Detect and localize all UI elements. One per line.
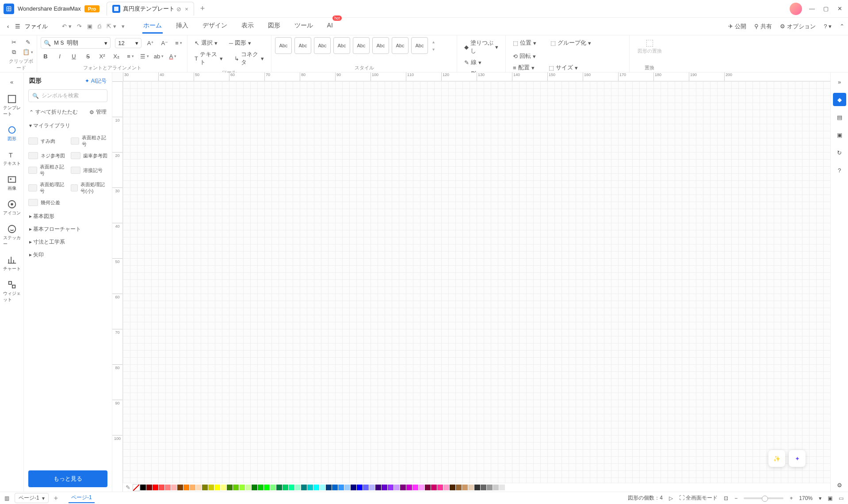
zoom-fit-button[interactable]: ⊡ [724, 495, 728, 501]
paste-button[interactable]: 📋 [23, 47, 33, 57]
collapse-rail-button[interactable]: « [7, 75, 17, 89]
collapse-ribbon-button[interactable]: ⌃ [840, 23, 844, 30]
size-button[interactable]: ⬚ サイズ ▾ [545, 62, 581, 73]
color-swatch[interactable] [146, 485, 152, 490]
copy-button[interactable]: ⧉ [9, 47, 19, 57]
color-swatch[interactable] [493, 485, 499, 490]
no-fill-swatch[interactable] [133, 484, 140, 491]
color-swatch[interactable] [283, 485, 288, 490]
color-swatch[interactable] [295, 485, 301, 490]
color-swatch[interactable] [437, 485, 443, 490]
color-swatch[interactable] [276, 485, 282, 490]
color-swatch[interactable] [487, 485, 493, 490]
color-swatch[interactable] [363, 485, 369, 490]
section-dimension[interactable]: ▸ 寸法と工学系 [27, 236, 108, 248]
color-swatch[interactable] [450, 485, 455, 490]
color-swatch[interactable] [326, 485, 332, 490]
rail-item-icon[interactable]: アイコン [2, 197, 22, 219]
hamburger-icon[interactable]: ☰ [12, 21, 23, 31]
maximize-button[interactable]: ▢ [823, 5, 830, 12]
canvas[interactable]: ０．１ Ø 30 mm [123, 81, 830, 483]
color-swatch[interactable] [140, 485, 146, 490]
color-swatch[interactable] [196, 485, 202, 490]
presentation-button[interactable]: ▷ [669, 495, 673, 501]
fit-page-button[interactable]: ▣ [828, 495, 833, 501]
style-scroll-up[interactable]: ▴ [432, 39, 435, 44]
ai-symbol-link[interactable]: ✦ AI記号 [85, 77, 107, 85]
properties-panel-button[interactable]: ▤ [833, 111, 846, 124]
color-swatch[interactable] [431, 485, 437, 490]
eyedropper-icon[interactable]: ✎ [126, 484, 130, 491]
color-swatch[interactable] [456, 485, 462, 490]
settings-button[interactable]: ⚙ [833, 478, 846, 492]
cut-button[interactable]: ✂ [9, 37, 19, 47]
color-swatch[interactable] [481, 485, 486, 490]
page-select[interactable]: ページ-1▾ [15, 493, 49, 503]
color-swatch[interactable] [202, 485, 208, 490]
color-swatch[interactable] [338, 485, 344, 490]
line-spacing-button[interactable]: ≡ [174, 38, 183, 48]
page-tab[interactable]: ページ-1 [69, 493, 95, 503]
style-preset[interactable]: Abc [333, 37, 350, 54]
tab-tool[interactable]: ツール [294, 19, 314, 34]
lib-item[interactable]: 歯車参考図 [70, 151, 109, 160]
add-page-button[interactable]: + [54, 494, 58, 502]
color-swatch[interactable] [413, 485, 418, 490]
lib-item[interactable]: 表面処理記号(小) [70, 180, 109, 196]
undo-button[interactable]: ↶ ▾ [62, 23, 72, 30]
share-button[interactable]: ⚲ 共有 [754, 23, 772, 31]
color-swatch[interactable] [351, 485, 356, 490]
subscript-button[interactable]: X₂ [111, 51, 121, 61]
fullscreen-button[interactable]: ⛶ 全画面モード [679, 494, 718, 502]
color-swatch[interactable] [177, 485, 183, 490]
color-swatch[interactable] [474, 485, 480, 490]
section-basic-flowchart[interactable]: ▸ 基本フローチャート [27, 223, 108, 236]
bullets-button[interactable]: ☰ [140, 51, 149, 61]
style-preset[interactable]: Abc [294, 37, 311, 54]
color-swatch[interactable] [406, 485, 412, 490]
style-preset[interactable]: Abc [353, 37, 370, 54]
section-basic-shape[interactable]: ▸ 基本図形 [27, 210, 108, 223]
lib-item[interactable]: 表面処理記号 [27, 180, 66, 196]
italic-button[interactable]: I [55, 51, 65, 61]
export-button[interactable]: ⇱ ▾ [107, 23, 116, 30]
replace-shape-icon[interactable]: ⬚ [633, 37, 666, 48]
line-style-button[interactable]: ✎ 線 ▾ [461, 57, 502, 68]
color-swatch[interactable] [388, 485, 393, 490]
redo-button[interactable]: ↷ [77, 23, 82, 30]
select-tool-button[interactable]: ↖ 選択 ▾ [191, 37, 221, 49]
fit-width-button[interactable]: ▭ [839, 495, 844, 501]
ai-magic-button[interactable]: ✨ [768, 450, 785, 467]
tab-shape[interactable]: 図形 [267, 19, 281, 34]
color-swatch[interactable] [400, 485, 406, 490]
align-button[interactable]: ≡ [126, 51, 135, 61]
color-swatch[interactable] [245, 485, 251, 490]
save-button[interactable]: ▣ [87, 23, 92, 30]
color-swatch[interactable] [289, 485, 294, 490]
color-swatch[interactable] [382, 485, 387, 490]
tab-design[interactable]: デザイン [202, 19, 228, 34]
manage-button[interactable]: ⚙ 管理 [89, 108, 107, 116]
color-swatch[interactable] [258, 485, 264, 490]
style-preset[interactable]: Abc [275, 37, 292, 54]
color-swatch[interactable] [443, 485, 449, 490]
history-panel-button[interactable]: ↻ [833, 146, 846, 159]
superscript-button[interactable]: X² [97, 51, 107, 61]
tab-ai[interactable]: AIhot [326, 19, 334, 34]
color-swatch[interactable] [233, 485, 239, 490]
tab-insert[interactable]: 挿入 [175, 19, 189, 34]
style-preset[interactable]: Abc [392, 37, 409, 54]
new-tab-button[interactable]: + [196, 1, 210, 16]
more-quick-button[interactable]: ▾ [122, 23, 125, 30]
color-swatch[interactable] [462, 485, 468, 490]
lib-item[interactable]: 幾何公差 [27, 198, 66, 207]
tab-home[interactable]: ホーム [142, 19, 163, 34]
group-button[interactable]: ⬚ グループ化 ▾ [547, 37, 595, 49]
color-swatch[interactable] [468, 485, 474, 490]
color-swatch[interactable] [227, 485, 233, 490]
color-swatch[interactable] [344, 485, 350, 490]
color-swatch[interactable] [332, 485, 338, 490]
color-swatch[interactable] [357, 485, 363, 490]
zoom-in-button[interactable]: + [790, 495, 793, 501]
publish-button[interactable]: ✈ 公開 [728, 23, 746, 31]
